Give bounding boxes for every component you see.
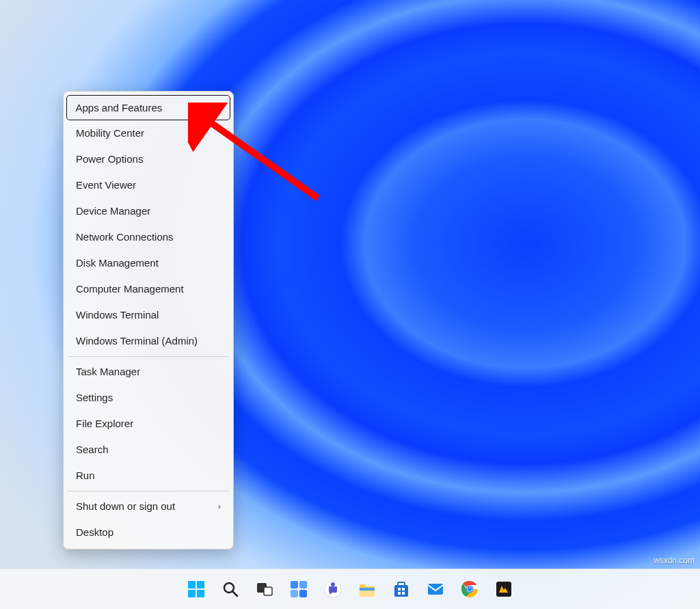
microsoft-store-icon[interactable] (387, 575, 416, 604)
task-view-icon[interactable] (250, 575, 279, 604)
widgets-icon[interactable] (284, 575, 313, 604)
menu-item-windows-terminal[interactable]: Windows Terminal (66, 302, 230, 328)
menu-item-desktop[interactable]: Desktop (66, 519, 230, 545)
svg-rect-24 (428, 584, 443, 595)
menu-item-label: Task Manager (76, 366, 140, 378)
svg-rect-23 (402, 592, 405, 595)
chevron-right-icon: › (218, 501, 221, 512)
menu-item-label: Network Connections (76, 231, 174, 243)
menu-item-network-connections[interactable]: Network Connections (66, 224, 230, 250)
chat-icon[interactable] (319, 575, 347, 604)
menu-separator (68, 491, 229, 491)
menu-item-apps-and-features[interactable]: Apps and Features (66, 95, 230, 120)
svg-rect-12 (291, 590, 298, 597)
menu-item-label: File Explorer (76, 418, 133, 430)
svg-rect-13 (299, 590, 307, 597)
menu-item-run[interactable]: Run (66, 463, 230, 489)
svg-rect-3 (197, 581, 204, 588)
svg-point-28 (468, 587, 472, 592)
svg-rect-21 (402, 588, 405, 591)
taskbar (0, 569, 700, 609)
chrome-icon[interactable] (455, 575, 484, 604)
menu-item-event-viewer[interactable]: Event Viewer (66, 172, 230, 198)
menu-item-label: Computer Management (76, 283, 184, 295)
menu-item-label: Apps and Features (76, 102, 163, 114)
menu-item-label: Search (76, 444, 109, 456)
svg-rect-11 (299, 581, 307, 588)
svg-rect-29 (496, 582, 511, 597)
menu-item-device-manager[interactable]: Device Manager (66, 198, 230, 224)
svg-point-15 (331, 582, 335, 586)
menu-item-power-options[interactable]: Power Options (66, 146, 230, 172)
menu-item-windows-terminal-admin[interactable]: Windows Terminal (Admin) (66, 328, 230, 354)
svg-rect-18 (394, 585, 408, 597)
menu-item-search[interactable]: Search (66, 437, 230, 463)
menu-item-label: Run (76, 470, 95, 482)
menu-item-label: Mobility Center (76, 127, 144, 139)
menu-item-label: Event Viewer (76, 179, 136, 191)
menu-item-shut-down-or-sign-out[interactable]: Shut down or sign out› (66, 493, 230, 519)
svg-rect-19 (398, 582, 405, 586)
svg-line-7 (232, 591, 237, 596)
menu-item-label: Shut down or sign out (76, 500, 175, 513)
menu-item-label: Desktop (76, 526, 113, 539)
app-icon[interactable] (489, 575, 518, 604)
watermark-text: wsxdn.com (654, 556, 695, 565)
menu-item-disk-management[interactable]: Disk Management (66, 250, 230, 276)
file-explorer-icon[interactable] (353, 575, 381, 604)
menu-item-label: Power Options (76, 153, 143, 165)
svg-rect-10 (291, 581, 298, 588)
menu-item-computer-management[interactable]: Computer Management (66, 276, 230, 302)
menu-item-label: Windows Terminal (76, 309, 159, 321)
menu-item-label: Disk Management (76, 257, 159, 269)
mail-icon[interactable] (421, 575, 450, 604)
menu-item-label: Settings (76, 392, 113, 404)
menu-item-label: Device Manager (76, 205, 150, 217)
svg-rect-17 (360, 588, 375, 591)
svg-rect-4 (188, 590, 196, 597)
menu-item-mobility-center[interactable]: Mobility Center (66, 120, 230, 146)
svg-rect-20 (398, 588, 401, 591)
menu-separator (68, 356, 229, 357)
svg-rect-2 (188, 581, 196, 588)
menu-item-file-explorer[interactable]: File Explorer (66, 411, 230, 437)
menu-item-task-manager[interactable]: Task Manager (66, 359, 230, 385)
svg-rect-22 (398, 592, 401, 595)
svg-rect-9 (264, 587, 272, 595)
menu-item-label: Windows Terminal (Admin) (76, 335, 198, 347)
winx-context-menu: Apps and FeaturesMobility CenterPower Op… (63, 91, 234, 550)
menu-item-settings[interactable]: Settings (66, 385, 230, 411)
start-icon[interactable] (182, 575, 211, 604)
search-icon[interactable] (216, 575, 245, 604)
svg-rect-5 (197, 590, 204, 597)
